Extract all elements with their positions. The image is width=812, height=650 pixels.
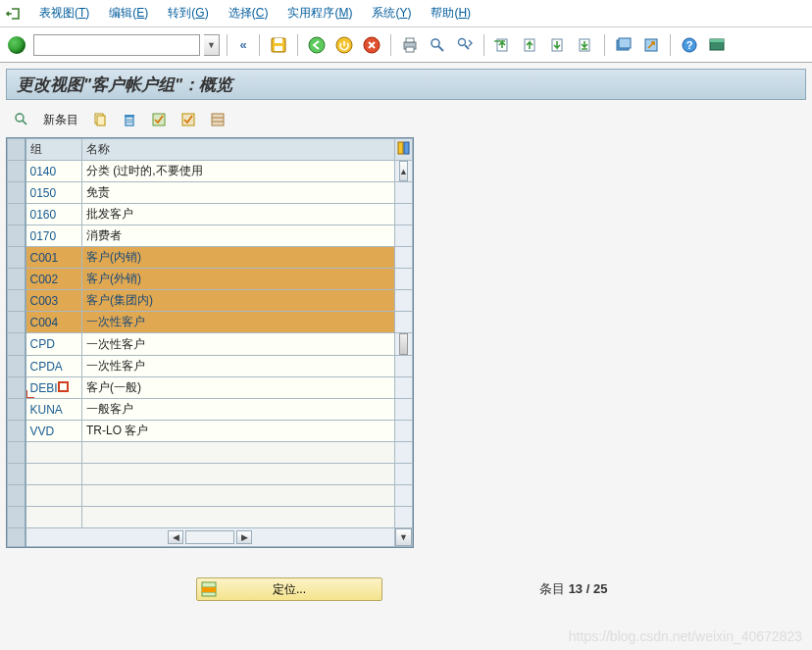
vscroll-thumb[interactable] [399,333,408,355]
col-group-header[interactable]: 组 [25,139,82,161]
table-row[interactable]: 0170 消费者 [8,225,413,247]
table-row[interactable] [8,442,413,464]
cell-group[interactable]: CPDA [25,356,82,377]
table-row[interactable]: 0140 分类 (过时的,不要使用 ▲ [8,161,413,182]
menu-edit[interactable]: 编辑(E) [99,5,158,22]
menu-help[interactable]: 帮助(H) [421,5,481,22]
horizontal-scrollbar[interactable]: ◀ ▶ [26,528,395,546]
vscroll-down[interactable]: ▼ [395,528,412,546]
delete-button[interactable] [118,110,141,129]
save-icon[interactable] [267,33,290,57]
table-row[interactable]: C003 客户(集团内) [8,290,413,312]
menu-goto[interactable]: 转到(G) [158,5,218,22]
cell-name[interactable]: 客户(内销) [82,247,395,269]
cell-group[interactable]: 0140 [25,161,82,182]
prev-page-icon[interactable] [519,33,542,57]
table-row[interactable]: C001 客户(内销) [8,247,413,269]
next-page-icon[interactable] [546,33,570,57]
row-selector[interactable] [8,464,25,485]
row-selector[interactable] [8,225,25,247]
row-selector[interactable] [8,356,25,377]
cell-group[interactable] [25,507,82,528]
cell-name[interactable]: 免责 [82,182,395,204]
table-row[interactable]: C004 一次性客户 [8,312,413,333]
table-row[interactable]: KUNA 一般客户 [8,399,413,421]
table-row[interactable]: CPD 一次性客户 [8,333,413,356]
menu-system[interactable]: 系统(Y) [362,5,421,22]
shortcut-icon[interactable] [639,33,663,57]
first-page-icon[interactable] [491,33,515,57]
cell-group[interactable]: C002 [25,269,82,290]
menu-select[interactable]: 选择(C) [219,5,279,22]
okcode-dropdown[interactable]: ▼ [204,34,220,56]
okcode-input[interactable] [33,34,200,56]
menu-utilities[interactable]: 实用程序(M) [278,5,362,22]
cell-name[interactable]: 分类 (过时的,不要使用 [82,161,395,182]
cell-name[interactable]: 一次性客户 [82,333,395,356]
new-session-icon[interactable] [612,33,635,57]
table-row[interactable]: VVD TR-LO 客户 [8,421,413,442]
account-group-table[interactable]: 组 名称 0140 分类 (过时的,不要使用 ▲ 0150 免责 0160 批发… [7,138,413,547]
row-selector[interactable] [8,312,25,333]
cell-name[interactable] [82,507,395,528]
cancel-icon[interactable] [360,33,383,57]
new-entries-button[interactable]: 新条目 [39,110,82,130]
vscroll-up[interactable]: ▲ [399,161,408,181]
find-next-icon[interactable] [453,33,477,57]
hscroll-right[interactable]: ▶ [236,530,252,544]
select-all-button[interactable] [147,110,171,129]
cell-name[interactable]: TR-LO 客户 [82,421,395,442]
col-name-header[interactable]: 名称 [82,139,395,161]
table-row[interactable]: 0160 批发客户 [8,204,413,225]
config-button[interactable] [206,110,229,129]
table-row[interactable] [8,507,413,528]
row-selector[interactable] [8,485,25,507]
print-icon[interactable] [398,33,422,57]
row-select-header[interactable] [8,139,25,161]
cell-name[interactable]: 消费者 [82,225,395,247]
table-row[interactable] [8,464,413,485]
history-back-icon[interactable]: « [234,36,252,54]
row-selector[interactable] [8,421,25,442]
cell-group[interactable]: VVD [25,421,82,442]
find-icon[interactable] [426,33,449,57]
table-row[interactable]: 0150 免责 [8,182,413,204]
last-page-icon[interactable] [574,33,597,57]
cell-name[interactable] [82,485,395,507]
expand-button[interactable] [10,110,33,129]
row-selector[interactable] [8,204,25,225]
help-icon[interactable]: ? [678,33,701,57]
row-selector[interactable] [8,290,25,312]
deselect-all-button[interactable] [177,110,200,129]
locate-button[interactable]: 定位... [196,577,382,601]
layout-icon[interactable] [705,33,729,57]
cell-group[interactable] [25,485,82,507]
cell-group[interactable]: KUNA [25,399,82,421]
row-selector[interactable] [8,333,25,356]
row-selector[interactable] [8,269,25,290]
cell-name[interactable]: 一次性客户 [82,356,395,377]
exit-icon[interactable] [6,6,22,22]
cell-name[interactable]: 客户(外销) [82,269,395,290]
cell-group[interactable] [25,464,82,485]
table-row[interactable]: DEBI 客户(一般) [8,377,413,399]
cell-name[interactable] [82,442,395,464]
table-row[interactable]: CPDA 一次性客户 [8,356,413,377]
cell-name[interactable]: 批发客户 [82,204,395,225]
exit-icon-tb[interactable] [332,33,356,57]
cell-group[interactable]: 0170 [25,225,82,247]
cell-group[interactable]: DEBI [25,377,82,399]
cell-group[interactable] [25,442,82,464]
cell-group[interactable]: C004 [25,312,82,333]
table-row[interactable] [8,485,413,507]
cell-group[interactable]: CPD [25,333,82,356]
cell-name[interactable]: 一次性客户 [82,312,395,333]
cell-name[interactable]: 一般客户 [82,399,395,421]
row-selector[interactable] [8,507,25,528]
row-selector[interactable] [8,377,25,399]
enter-button[interactable] [8,36,25,54]
cell-group[interactable]: 0160 [25,204,82,225]
cell-name[interactable] [82,464,395,485]
copy-button[interactable] [88,110,112,129]
cell-group[interactable]: C003 [25,290,82,312]
